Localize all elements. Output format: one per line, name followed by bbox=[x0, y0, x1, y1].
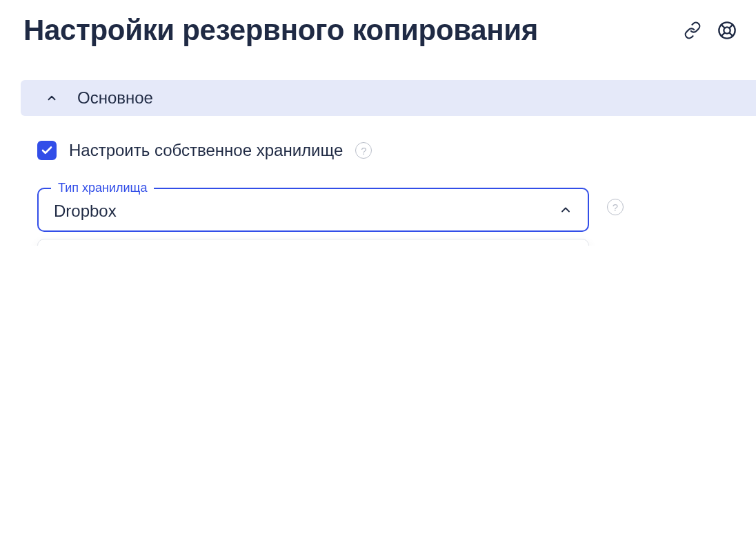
header-icons bbox=[683, 21, 737, 40]
storage-type-select[interactable]: Тип хранилища Dropbox bbox=[37, 188, 589, 232]
accordion-main[interactable]: Основное bbox=[21, 80, 756, 116]
svg-line-2 bbox=[722, 25, 725, 28]
storage-type-row: Тип хранилища Dropbox bbox=[37, 188, 756, 232]
chevron-up-icon bbox=[559, 203, 573, 219]
storage-type-legend: Тип хранилища bbox=[51, 181, 154, 195]
help-icon[interactable]: ? bbox=[355, 142, 372, 159]
svg-line-5 bbox=[722, 32, 725, 36]
svg-line-3 bbox=[729, 32, 733, 36]
checkbox-row-custom-storage: Настроить собственное хранилище ? bbox=[37, 141, 756, 160]
accordion-main-label: Основное bbox=[77, 88, 153, 108]
svg-line-4 bbox=[729, 25, 733, 28]
select-value-row: Dropbox bbox=[54, 201, 573, 221]
page-title: Настройки резервного копирования bbox=[23, 14, 538, 47]
custom-storage-label: Настроить собственное хранилище bbox=[69, 141, 343, 160]
custom-storage-checkbox[interactable] bbox=[37, 141, 57, 160]
storage-type-dropdown: DropboxGoogle DriveAmazon S3S3-совместим… bbox=[37, 239, 589, 246]
link-icon[interactable] bbox=[683, 21, 702, 40]
form-area: Тип хранилища Dropbox ? ? ? DropboxGoogl… bbox=[14, 188, 756, 232]
page-header: Настройки резервного копирования bbox=[14, 14, 756, 47]
storage-type-value: Dropbox bbox=[54, 201, 117, 221]
help-icon[interactable]: ? bbox=[607, 199, 624, 215]
chevron-up-icon bbox=[46, 92, 58, 104]
lifesaver-icon[interactable] bbox=[717, 21, 737, 40]
